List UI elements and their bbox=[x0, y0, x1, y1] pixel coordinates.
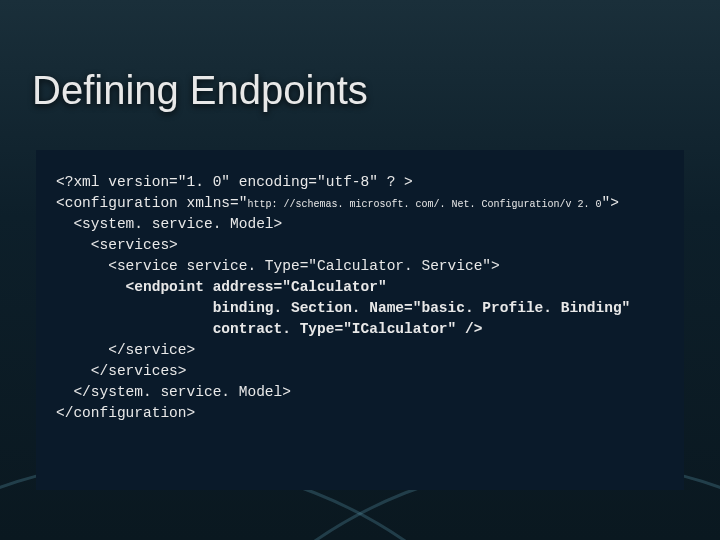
code-line: <?xml version="1. 0" encoding="utf-8" ? … bbox=[56, 174, 413, 190]
code-line-endpoint: binding. Section. Name="basic. Profile. … bbox=[56, 300, 630, 316]
slide-title: Defining Endpoints bbox=[32, 68, 688, 119]
code-line: <services> bbox=[56, 237, 178, 253]
code-line: <service service. Type="Calculator. Serv… bbox=[56, 258, 500, 274]
code-line: <system. service. Model> bbox=[56, 216, 282, 232]
code-line: </services> bbox=[56, 363, 187, 379]
code-line: </configuration> bbox=[56, 405, 195, 421]
code-line-endpoint: contract. Type="ICalculator" /> bbox=[56, 321, 482, 337]
xml-code-block: <?xml version="1. 0" encoding="utf-8" ? … bbox=[36, 150, 684, 490]
code-line: "> bbox=[602, 195, 619, 211]
code-line: <configuration xmlns=" bbox=[56, 195, 247, 211]
title-area: Defining Endpoints bbox=[32, 68, 688, 119]
code-line-endpoint: <endpoint address="Calculator" bbox=[56, 279, 387, 295]
code-namespace-url: http: //schemas. microsoft. com/. Net. C… bbox=[247, 199, 601, 210]
code-line: </system. service. Model> bbox=[56, 384, 291, 400]
code-line: </service> bbox=[56, 342, 195, 358]
